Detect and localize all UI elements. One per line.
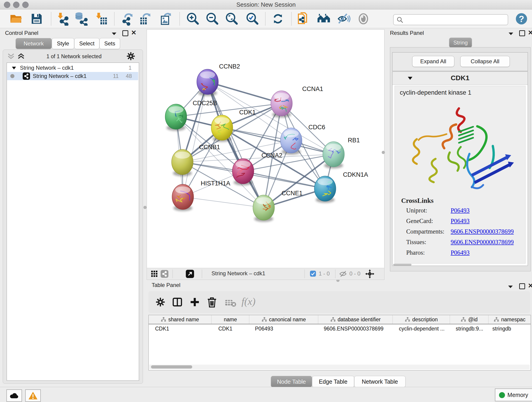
add-column-icon[interactable] bbox=[189, 297, 200, 307]
control-panel-close-icon[interactable]: ✕ bbox=[131, 29, 136, 36]
tab-select[interactable]: Select bbox=[74, 38, 99, 49]
network-node-cdc25b[interactable]: CDC25B bbox=[165, 100, 217, 131]
network-edge[interactable] bbox=[183, 197, 264, 208]
tree-column-icon bbox=[494, 317, 499, 322]
table-panel-collapse-icon[interactable] bbox=[508, 285, 513, 289]
network-node-label: CDC25B bbox=[193, 100, 217, 107]
table-settings-gear-icon[interactable] bbox=[155, 297, 165, 307]
share-document-button[interactable] bbox=[296, 12, 310, 26]
collapse-all-button[interactable]: Collapse All bbox=[460, 56, 510, 67]
results-panel-close-icon[interactable]: ✕ bbox=[528, 29, 532, 36]
gray-eye-icon bbox=[357, 12, 370, 26]
crosslink-link-uniprot[interactable]: P06493 bbox=[451, 207, 470, 214]
import-network-file-button[interactable] bbox=[56, 12, 70, 26]
column-header-id[interactable]: @id bbox=[450, 315, 488, 324]
column-header-canonical-name[interactable]: canonical name bbox=[249, 315, 318, 324]
column-header-shared-name[interactable]: shared name bbox=[149, 315, 211, 324]
network-tree-root-row[interactable]: String Network – cdk1 1 bbox=[7, 64, 138, 72]
selected-checkbox-icon[interactable] bbox=[310, 271, 316, 277]
network-node-cdkn1a[interactable]: CDKN1A bbox=[314, 171, 368, 203]
tab-node-table[interactable]: Node Table bbox=[271, 376, 312, 387]
network-options-gear-icon[interactable] bbox=[126, 51, 135, 61]
table-hscrollbar-thumb[interactable] bbox=[151, 365, 192, 369]
right-splitter-handle[interactable] bbox=[382, 151, 385, 154]
network-edge[interactable] bbox=[208, 82, 282, 103]
results-panel-collapse-icon[interactable] bbox=[508, 32, 514, 36]
export-network-button[interactable] bbox=[120, 12, 135, 26]
tree-expander-icon[interactable] bbox=[12, 66, 16, 70]
results-panel-float-icon[interactable] bbox=[519, 30, 525, 36]
birdseye-grid-icon[interactable] bbox=[151, 270, 158, 277]
export-table-button[interactable] bbox=[138, 12, 152, 26]
open-session-button[interactable] bbox=[9, 12, 23, 26]
table-panel-close-icon[interactable]: ✕ bbox=[528, 282, 532, 289]
tab-network[interactable]: Network bbox=[16, 38, 52, 49]
column-header-namespace[interactable]: namespac bbox=[488, 315, 531, 324]
table-hscrollbar[interactable] bbox=[149, 365, 530, 369]
network-node-ccna1[interactable]: CCNA1 bbox=[271, 85, 323, 118]
tab-sets[interactable]: Sets bbox=[99, 38, 120, 49]
export-image-button[interactable] bbox=[158, 12, 172, 26]
hidden-eye-icon[interactable] bbox=[339, 270, 347, 277]
hide-glasses-button[interactable] bbox=[336, 12, 351, 26]
tab-string[interactable]: String bbox=[449, 38, 472, 48]
network-canvas[interactable]: CCNB2CCNA1CDC25BCDK1CDC6RB1CCNB1CCNA2CDK… bbox=[147, 29, 385, 268]
show-eye-button[interactable] bbox=[356, 12, 371, 26]
tree-column-icon bbox=[161, 317, 166, 322]
refresh-button[interactable] bbox=[271, 12, 285, 26]
table-panel-float-icon[interactable] bbox=[519, 283, 525, 289]
network-node-hist1h1a[interactable]: HIST1H1A bbox=[172, 180, 230, 211]
delete-table-icon[interactable] bbox=[225, 299, 236, 307]
control-panel-float-icon[interactable] bbox=[122, 30, 128, 36]
crosslink-link-compartments[interactable]: 9606.ENSP00000378699 bbox=[451, 228, 514, 235]
expand-all-icon[interactable] bbox=[17, 53, 25, 60]
toolbar-separator bbox=[265, 12, 266, 26]
left-splitter-handle[interactable] bbox=[143, 206, 147, 209]
network-graph[interactable]: CCNB2CCNA1CDC25BCDK1CDC6RB1CCNB1CCNA2CDK… bbox=[147, 30, 384, 268]
network-node-ccnb2[interactable]: CCNB2 bbox=[197, 63, 240, 96]
search-input[interactable] bbox=[405, 15, 505, 24]
home-button[interactable] bbox=[317, 12, 331, 26]
tree-column-icon bbox=[330, 317, 336, 322]
delete-column-icon[interactable] bbox=[206, 296, 218, 308]
warnings-button[interactable] bbox=[25, 389, 41, 402]
tab-network-table[interactable]: Network Table bbox=[354, 376, 405, 387]
tab-style[interactable]: Style bbox=[52, 38, 74, 49]
protein-card-header[interactable]: CDK1 bbox=[393, 72, 528, 85]
help-button[interactable]: ? bbox=[514, 12, 529, 26]
results-hscrollbar-thumb[interactable] bbox=[393, 264, 412, 266]
network-share-icon[interactable] bbox=[161, 270, 168, 278]
network-node-ccne1[interactable]: CCNE1 bbox=[253, 190, 303, 222]
column-header-database-identifier[interactable]: database identifier bbox=[318, 315, 393, 324]
network-collection-count: 1 bbox=[128, 64, 132, 72]
open-in-window-icon[interactable] bbox=[186, 270, 194, 278]
control-panel-collapse-icon[interactable] bbox=[111, 32, 117, 36]
network-tree-child-row[interactable]: String Network – cdk1 11 48 bbox=[7, 72, 138, 80]
memory-button[interactable]: Memory bbox=[495, 389, 532, 401]
collapse-all-icon[interactable] bbox=[7, 53, 15, 60]
crosslink-row: Compartments: bbox=[406, 228, 444, 235]
zoom-selected-button[interactable] bbox=[245, 12, 260, 26]
network-edge[interactable] bbox=[243, 171, 325, 189]
refresh-icon bbox=[271, 12, 285, 26]
column-header-description[interactable]: description bbox=[393, 315, 450, 324]
network-edge[interactable] bbox=[222, 128, 334, 154]
network-node-rb1[interactable]: RB1 bbox=[323, 137, 360, 168]
zoom-in-button[interactable] bbox=[186, 12, 200, 26]
fit-selected-crosshair-icon[interactable] bbox=[365, 269, 375, 279]
crosslink-link-genecard[interactable]: P06493 bbox=[451, 217, 470, 225]
crosslink-link-tissues[interactable]: 9606.ENSP00000378699 bbox=[451, 239, 514, 246]
show-columns-icon[interactable] bbox=[172, 297, 183, 307]
function-builder-button[interactable]: f(x) bbox=[241, 296, 255, 307]
column-header-name[interactable]: name bbox=[211, 315, 249, 324]
tab-edge-table[interactable]: Edge Table bbox=[312, 376, 354, 387]
crosslink-link-pharos[interactable]: P06493 bbox=[451, 249, 470, 256]
cloud-services-button[interactable] bbox=[6, 389, 22, 402]
expand-all-button[interactable]: Expand All bbox=[412, 56, 454, 67]
zoom-out-button[interactable] bbox=[205, 12, 220, 26]
import-network-database-button[interactable] bbox=[74, 12, 89, 26]
import-table-file-button[interactable] bbox=[94, 12, 109, 26]
save-session-button[interactable] bbox=[29, 12, 44, 26]
zoom-fit-button[interactable] bbox=[225, 12, 239, 26]
title-bar: Session: New Session bbox=[0, 0, 532, 9]
